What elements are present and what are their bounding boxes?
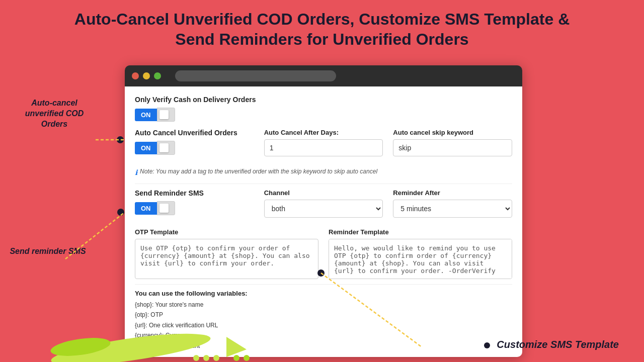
auto-cancel-col: Auto Cancel Unverified Orders ON: [135, 129, 254, 162]
browser-content: Only Verify Cash on Delivery Orders ON A…: [125, 86, 522, 357]
send-reminder-annotation: Send reminder SMS: [5, 246, 91, 257]
reminder-toggle-container: ON: [135, 201, 254, 215]
skip-col: Auto cancel skip keyword: [393, 129, 512, 162]
green-arrow-decoration: [40, 322, 252, 362]
channel-select[interactable]: both sms whatsapp: [264, 200, 383, 218]
cod-toggle-on-btn[interactable]: ON: [135, 109, 157, 121]
channel-label: Channel: [264, 189, 383, 197]
auto-cancel-label: Auto Cancel Unverified Orders: [135, 129, 254, 137]
reminder-row: Send Reminder SMS ON Channel both sms wh…: [135, 189, 512, 222]
auto-cancel-row: Auto Cancel Unverified Orders ON Auto Ca…: [135, 129, 512, 162]
svg-point-0: [117, 136, 124, 143]
info-icon: ℹ: [135, 168, 137, 176]
reminder-section: Send Reminder SMS ON Channel both sms wh…: [135, 184, 512, 222]
reminder-template-textarea[interactable]: Hello, we would like to remind you to us…: [329, 239, 512, 279]
reminder-toggle-col: Send Reminder SMS ON: [135, 189, 254, 222]
reminder-toggle-btn[interactable]: ON: [135, 202, 157, 215]
svg-point-9: [193, 355, 199, 361]
browser-window: Only Verify Cash on Delivery Orders ON A…: [125, 65, 522, 357]
cod-toggle-container: ON: [135, 108, 512, 122]
channel-col: Channel both sms whatsapp: [264, 189, 383, 222]
reminder-template-col: Reminder Template Hello, we would like t…: [329, 228, 512, 279]
days-label: Auto Cancel After Days:: [264, 129, 383, 136]
url-bar: [175, 70, 336, 81]
reminder-template-label: Reminder Template: [329, 228, 512, 236]
reminder-after-col: Reminder After 5 minutes 10 minutes 15 m…: [393, 189, 512, 222]
otp-template-label: OTP Template: [135, 228, 318, 236]
reminder-after-label: Reminder After: [393, 189, 512, 197]
reminder-label: Send Reminder SMS: [135, 189, 254, 197]
templates-row: OTP Template Use OTP {otp} to confirm yo…: [135, 228, 512, 279]
svg-point-11: [213, 355, 219, 361]
svg-marker-8: [226, 337, 247, 357]
svg-point-13: [244, 355, 250, 361]
auto-cancel-toggle-slider[interactable]: [157, 141, 175, 155]
days-input[interactable]: [264, 139, 383, 156]
auto-cancel-toggle-btn[interactable]: ON: [135, 142, 157, 154]
dot-green: [154, 72, 161, 79]
browser-titlebar: [125, 65, 522, 86]
auto-cancel-toggle-container: ON: [135, 141, 254, 155]
svg-point-2: [117, 209, 124, 216]
variables-title: You can use the following variables:: [135, 290, 512, 297]
otp-template-textarea[interactable]: Use OTP {otp} to confirm your order of {…: [135, 239, 318, 279]
reminder-toggle-slider[interactable]: [157, 201, 175, 215]
otp-template-col: OTP Template Use OTP {otp} to confirm yo…: [135, 228, 318, 279]
skip-note: ℹ Note: You may add a tag to the unverif…: [135, 168, 512, 176]
dot-red: [132, 72, 139, 79]
customize-dot: [484, 342, 490, 348]
skip-label: Auto cancel skip keyword: [393, 129, 512, 136]
var-shop: {shop}: Your store's name: [135, 300, 512, 310]
cod-toggle-slider[interactable]: [157, 108, 175, 122]
customize-sms-annotation: Customize SMS Template: [484, 338, 619, 351]
reminder-after-select[interactable]: 5 minutes 10 minutes 15 minutes 30 minut…: [393, 200, 512, 218]
svg-point-12: [233, 355, 239, 361]
skip-input[interactable]: [393, 139, 512, 156]
svg-point-10: [203, 355, 209, 361]
page-title: Auto-Cancel Unverified COD Orders, Custo…: [0, 0, 644, 54]
days-col: Auto Cancel After Days:: [264, 129, 383, 162]
cod-section-label: Only Verify Cash on Delivery Orders: [135, 96, 512, 104]
var-otp: {otp}: OTP: [135, 310, 512, 320]
auto-cancel-annotation: Auto-cancelunverified CODOrders: [14, 98, 95, 129]
dot-yellow: [143, 72, 150, 79]
